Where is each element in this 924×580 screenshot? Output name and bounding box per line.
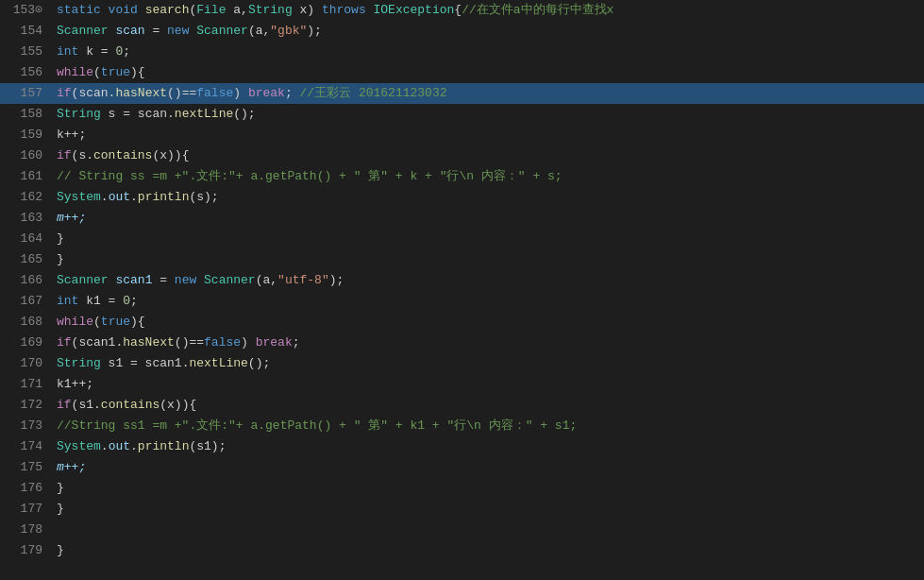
token: //王彩云 201621123032 xyxy=(300,86,447,100)
token: ; xyxy=(130,294,138,308)
token: while xyxy=(57,65,93,79)
code-editor: 153⊙ static void search(File a,String x)… xyxy=(0,0,924,580)
token: System xyxy=(57,190,101,204)
token: k1 = xyxy=(86,294,123,308)
line-number: 176 xyxy=(0,478,52,499)
token: System xyxy=(57,439,101,453)
token: ); xyxy=(307,24,322,38)
token: ( xyxy=(93,315,101,329)
code-line: 173 //String ss1 =m +".文件:"+ a.getPath()… xyxy=(0,416,924,436)
token: k = xyxy=(86,44,115,59)
token: false xyxy=(196,86,233,100)
token: . xyxy=(130,439,138,453)
code-line: 168 while(true){ xyxy=(0,312,924,333)
token: . xyxy=(130,190,138,204)
token: } xyxy=(57,543,64,557)
token: ; xyxy=(123,44,130,59)
code-line: 170 String s1 = scan1.nextLine(); xyxy=(0,353,924,374)
token: while xyxy=(57,315,93,329)
line-content: String s1 = scan1.nextLine(); xyxy=(52,353,924,374)
line-number: 169 xyxy=(0,333,52,353)
token: println xyxy=(138,439,190,453)
line-number: 164 xyxy=(0,229,52,249)
line-content: // String ss =m +".文件:"+ a.getPath() + "… xyxy=(52,166,924,187)
code-line: 153⊙ static void search(File a,String x)… xyxy=(0,0,924,21)
line-number: 178 xyxy=(0,520,52,540)
line-number: 160 xyxy=(0,145,52,166)
line-number: 168 xyxy=(0,312,52,333)
token: (a, xyxy=(248,24,270,38)
line-number: 167 xyxy=(0,291,52,312)
token: a, xyxy=(233,3,248,17)
line-content: if(scan.hasNext()==false) break; //王彩云 2… xyxy=(52,83,924,104)
code-line: 154 Scanner scan = new Scanner(a,"gbk"); xyxy=(0,21,924,42)
line-content: if(s.contains(x)){ xyxy=(52,145,924,166)
token: if xyxy=(57,398,72,412)
token: ()== xyxy=(175,335,204,350)
token: "utf-8" xyxy=(277,273,329,287)
code-line: 167 int k1 = 0; xyxy=(0,291,924,312)
line-content: Scanner scan1 = new Scanner(a,"utf-8"); xyxy=(52,270,924,291)
line-content: k++; xyxy=(52,125,924,145)
line-content xyxy=(52,520,924,540)
token: m++; xyxy=(57,211,86,225)
token: String xyxy=(248,3,300,17)
line-number: 155 xyxy=(0,42,52,62)
line-content: } xyxy=(52,249,924,270)
token: ); xyxy=(329,273,344,287)
line-number: 159 xyxy=(0,125,52,145)
code-line: 171 k1++; xyxy=(0,374,924,395)
token: void xyxy=(109,3,145,17)
line-content: Scanner scan = new Scanner(a,"gbk"); xyxy=(52,21,924,42)
token: out xyxy=(109,439,130,453)
line-number: 156 xyxy=(0,62,52,83)
token: int xyxy=(57,44,86,59)
code-line: 169 if(scan1.hasNext()==false) break; xyxy=(0,333,924,353)
line-number: 172 xyxy=(0,395,52,416)
token: (scan1. xyxy=(72,335,124,350)
token: { xyxy=(454,3,462,17)
line-number: 165 xyxy=(0,249,52,270)
token: println xyxy=(138,190,190,204)
token: ; xyxy=(285,86,300,100)
code-line: 178 xyxy=(0,520,924,540)
line-number: 153⊙ xyxy=(0,0,52,21)
token: out xyxy=(109,190,130,204)
line-content: k1++; xyxy=(52,374,924,395)
code-line: 155 int k = 0; xyxy=(0,42,924,62)
line-number: 173 xyxy=(0,416,52,436)
token: ){ xyxy=(130,315,145,329)
line-content: while(true){ xyxy=(52,62,924,83)
code-line: 160 if(s.contains(x)){ xyxy=(0,145,924,166)
token: Scanner xyxy=(196,24,248,38)
line-content: } xyxy=(52,499,924,520)
token: (scan. xyxy=(72,86,116,100)
code-line: 161 // String ss =m +".文件:"+ a.getPath()… xyxy=(0,166,924,187)
line-number: 157 xyxy=(0,83,52,104)
token: Scanner xyxy=(204,273,256,287)
token: 0 xyxy=(123,294,130,308)
token: (s1); xyxy=(189,439,226,453)
token: new xyxy=(175,273,204,287)
token: ){ xyxy=(130,65,145,79)
token: m++; xyxy=(57,460,86,474)
token: (s. xyxy=(72,148,93,162)
token: false xyxy=(204,335,241,350)
line-content: String s = scan.nextLine(); xyxy=(52,104,924,125)
token: int xyxy=(57,294,86,308)
token: = xyxy=(152,273,174,287)
token: throws xyxy=(322,3,374,17)
line-content: } xyxy=(52,540,924,561)
token: nextLine xyxy=(189,356,247,370)
line-content: m++; xyxy=(52,208,924,229)
code-line: 172 if(s1.contains(x)){ xyxy=(0,395,924,416)
token: ( xyxy=(93,65,101,79)
token: break xyxy=(248,86,285,100)
line-content: //String ss1 =m +".文件:"+ a.getPath() + "… xyxy=(52,416,924,436)
code-line: 174 System.out.println(s1); xyxy=(0,436,924,457)
token: } xyxy=(57,252,64,266)
line-number: 177 xyxy=(0,499,52,520)
line-number: 175 xyxy=(0,457,52,478)
token: ; xyxy=(293,335,300,350)
token: // String ss =m +".文件:"+ a.getPath() + "… xyxy=(57,169,563,183)
